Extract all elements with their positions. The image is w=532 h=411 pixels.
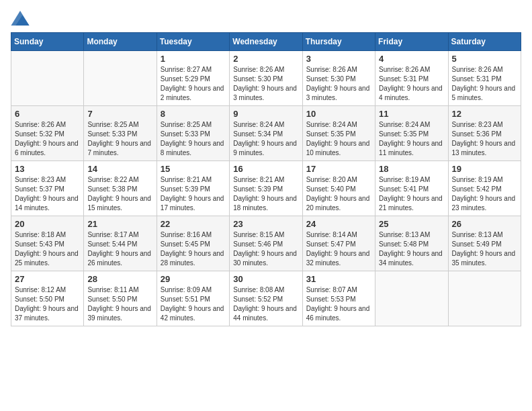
day-number: 22 xyxy=(161,219,226,229)
day-info: Sunrise: 8:17 AM Sunset: 5:44 PM Dayligh… xyxy=(87,230,152,268)
calendar-cell: 18Sunrise: 8:19 AM Sunset: 5:41 PM Dayli… xyxy=(375,161,448,216)
day-number: 20 xyxy=(15,219,80,229)
day-info: Sunrise: 8:24 AM Sunset: 5:34 PM Dayligh… xyxy=(233,120,298,158)
calendar-cell: 9Sunrise: 8:24 AM Sunset: 5:34 PM Daylig… xyxy=(230,106,302,161)
day-info: Sunrise: 8:19 AM Sunset: 5:41 PM Dayligh… xyxy=(379,175,444,213)
day-info: Sunrise: 8:08 AM Sunset: 5:52 PM Dayligh… xyxy=(233,285,298,323)
day-info: Sunrise: 8:16 AM Sunset: 5:45 PM Dayligh… xyxy=(161,230,226,268)
calendar-cell: 28Sunrise: 8:11 AM Sunset: 5:50 PM Dayli… xyxy=(84,271,157,326)
calendar-cell: 27Sunrise: 8:12 AM Sunset: 5:50 PM Dayli… xyxy=(11,271,84,326)
day-info: Sunrise: 8:18 AM Sunset: 5:43 PM Dayligh… xyxy=(15,230,80,268)
calendar-header-row: SundayMondayTuesdayWednesdayThursdayFrid… xyxy=(11,33,521,51)
calendar-cell: 4Sunrise: 8:26 AM Sunset: 5:31 PM Daylig… xyxy=(375,51,448,106)
day-number: 6 xyxy=(15,109,80,119)
day-info: Sunrise: 8:26 AM Sunset: 5:31 PM Dayligh… xyxy=(379,65,444,103)
calendar-cell: 12Sunrise: 8:23 AM Sunset: 5:36 PM Dayli… xyxy=(448,106,521,161)
calendar-weekday-wednesday: Wednesday xyxy=(230,33,302,51)
calendar-cell: 1Sunrise: 8:27 AM Sunset: 5:29 PM Daylig… xyxy=(157,51,229,106)
calendar-cell: 14Sunrise: 8:22 AM Sunset: 5:38 PM Dayli… xyxy=(84,161,157,216)
calendar-cell: 10Sunrise: 8:24 AM Sunset: 5:35 PM Dayli… xyxy=(302,106,375,161)
day-info: Sunrise: 8:21 AM Sunset: 5:39 PM Dayligh… xyxy=(161,175,226,213)
day-number: 7 xyxy=(87,109,152,119)
calendar-week-row: 13Sunrise: 8:23 AM Sunset: 5:37 PM Dayli… xyxy=(11,161,521,216)
page-header xyxy=(11,11,521,26)
day-info: Sunrise: 8:15 AM Sunset: 5:46 PM Dayligh… xyxy=(233,230,298,268)
day-number: 23 xyxy=(233,219,298,229)
calendar-week-row: 27Sunrise: 8:12 AM Sunset: 5:50 PM Dayli… xyxy=(11,271,521,326)
day-number: 31 xyxy=(306,274,371,284)
calendar-cell: 23Sunrise: 8:15 AM Sunset: 5:46 PM Dayli… xyxy=(230,216,302,271)
day-number: 27 xyxy=(15,274,80,284)
calendar-cell xyxy=(11,51,84,106)
day-info: Sunrise: 8:14 AM Sunset: 5:47 PM Dayligh… xyxy=(306,230,371,268)
calendar-cell: 5Sunrise: 8:26 AM Sunset: 5:31 PM Daylig… xyxy=(448,51,521,106)
calendar-cell: 17Sunrise: 8:20 AM Sunset: 5:40 PM Dayli… xyxy=(302,161,375,216)
day-info: Sunrise: 8:23 AM Sunset: 5:36 PM Dayligh… xyxy=(452,120,517,158)
calendar-cell: 30Sunrise: 8:08 AM Sunset: 5:52 PM Dayli… xyxy=(230,271,302,326)
day-info: Sunrise: 8:07 AM Sunset: 5:53 PM Dayligh… xyxy=(306,285,371,323)
calendar-cell: 20Sunrise: 8:18 AM Sunset: 5:43 PM Dayli… xyxy=(11,216,84,271)
day-info: Sunrise: 8:25 AM Sunset: 5:33 PM Dayligh… xyxy=(161,120,226,158)
day-info: Sunrise: 8:11 AM Sunset: 5:50 PM Dayligh… xyxy=(87,285,152,323)
day-number: 11 xyxy=(379,109,444,119)
calendar-week-row: 6Sunrise: 8:26 AM Sunset: 5:32 PM Daylig… xyxy=(11,106,521,161)
day-number: 4 xyxy=(379,54,444,64)
day-info: Sunrise: 8:26 AM Sunset: 5:30 PM Dayligh… xyxy=(233,65,298,103)
day-info: Sunrise: 8:21 AM Sunset: 5:39 PM Dayligh… xyxy=(233,175,298,213)
day-info: Sunrise: 8:22 AM Sunset: 5:38 PM Dayligh… xyxy=(87,175,152,213)
day-number: 19 xyxy=(452,164,517,174)
day-number: 26 xyxy=(452,219,517,229)
calendar-cell xyxy=(448,271,521,326)
calendar-week-row: 20Sunrise: 8:18 AM Sunset: 5:43 PM Dayli… xyxy=(11,216,521,271)
day-info: Sunrise: 8:27 AM Sunset: 5:29 PM Dayligh… xyxy=(161,65,226,103)
calendar-weekday-friday: Friday xyxy=(375,33,448,51)
day-number: 3 xyxy=(306,54,371,64)
calendar-weekday-sunday: Sunday xyxy=(11,33,84,51)
calendar-cell: 25Sunrise: 8:13 AM Sunset: 5:48 PM Dayli… xyxy=(375,216,448,271)
day-info: Sunrise: 8:24 AM Sunset: 5:35 PM Dayligh… xyxy=(379,120,444,158)
calendar-cell: 3Sunrise: 8:26 AM Sunset: 5:30 PM Daylig… xyxy=(302,51,375,106)
day-info: Sunrise: 8:26 AM Sunset: 5:31 PM Dayligh… xyxy=(452,65,517,103)
day-number: 10 xyxy=(306,109,371,119)
calendar-cell: 7Sunrise: 8:25 AM Sunset: 5:33 PM Daylig… xyxy=(84,106,157,161)
calendar-table: SundayMondayTuesdayWednesdayThursdayFrid… xyxy=(11,32,521,326)
calendar-cell: 11Sunrise: 8:24 AM Sunset: 5:35 PM Dayli… xyxy=(375,106,448,161)
day-number: 21 xyxy=(87,219,152,229)
day-info: Sunrise: 8:26 AM Sunset: 5:30 PM Dayligh… xyxy=(306,65,371,103)
calendar-cell: 21Sunrise: 8:17 AM Sunset: 5:44 PM Dayli… xyxy=(84,216,157,271)
day-number: 15 xyxy=(161,164,226,174)
calendar-weekday-monday: Monday xyxy=(84,33,157,51)
day-info: Sunrise: 8:09 AM Sunset: 5:51 PM Dayligh… xyxy=(161,285,226,323)
calendar-cell: 31Sunrise: 8:07 AM Sunset: 5:53 PM Dayli… xyxy=(302,271,375,326)
day-number: 9 xyxy=(233,109,298,119)
calendar-weekday-thursday: Thursday xyxy=(302,33,375,51)
calendar-week-row: 1Sunrise: 8:27 AM Sunset: 5:29 PM Daylig… xyxy=(11,51,521,106)
day-number: 25 xyxy=(379,219,444,229)
day-number: 13 xyxy=(15,164,80,174)
day-number: 12 xyxy=(452,109,517,119)
calendar-cell: 26Sunrise: 8:13 AM Sunset: 5:49 PM Dayli… xyxy=(448,216,521,271)
day-info: Sunrise: 8:12 AM Sunset: 5:50 PM Dayligh… xyxy=(15,285,80,323)
calendar-cell xyxy=(375,271,448,326)
day-info: Sunrise: 8:23 AM Sunset: 5:37 PM Dayligh… xyxy=(15,175,80,213)
day-number: 1 xyxy=(161,54,226,64)
day-number: 29 xyxy=(161,274,226,284)
calendar-cell: 2Sunrise: 8:26 AM Sunset: 5:30 PM Daylig… xyxy=(230,51,302,106)
day-number: 16 xyxy=(233,164,298,174)
day-info: Sunrise: 8:25 AM Sunset: 5:33 PM Dayligh… xyxy=(87,120,152,158)
calendar-cell: 13Sunrise: 8:23 AM Sunset: 5:37 PM Dayli… xyxy=(11,161,84,216)
day-info: Sunrise: 8:26 AM Sunset: 5:32 PM Dayligh… xyxy=(15,120,80,158)
day-number: 17 xyxy=(306,164,371,174)
day-number: 2 xyxy=(233,54,298,64)
calendar-cell: 6Sunrise: 8:26 AM Sunset: 5:32 PM Daylig… xyxy=(11,106,84,161)
calendar-cell: 22Sunrise: 8:16 AM Sunset: 5:45 PM Dayli… xyxy=(157,216,229,271)
day-info: Sunrise: 8:19 AM Sunset: 5:42 PM Dayligh… xyxy=(452,175,517,213)
calendar-cell: 16Sunrise: 8:21 AM Sunset: 5:39 PM Dayli… xyxy=(230,161,302,216)
day-info: Sunrise: 8:13 AM Sunset: 5:49 PM Dayligh… xyxy=(452,230,517,268)
day-info: Sunrise: 8:24 AM Sunset: 5:35 PM Dayligh… xyxy=(306,120,371,158)
logo-icon xyxy=(11,11,30,26)
day-number: 5 xyxy=(452,54,517,64)
logo xyxy=(11,11,32,26)
calendar-cell: 15Sunrise: 8:21 AM Sunset: 5:39 PM Dayli… xyxy=(157,161,229,216)
calendar-cell: 24Sunrise: 8:14 AM Sunset: 5:47 PM Dayli… xyxy=(302,216,375,271)
